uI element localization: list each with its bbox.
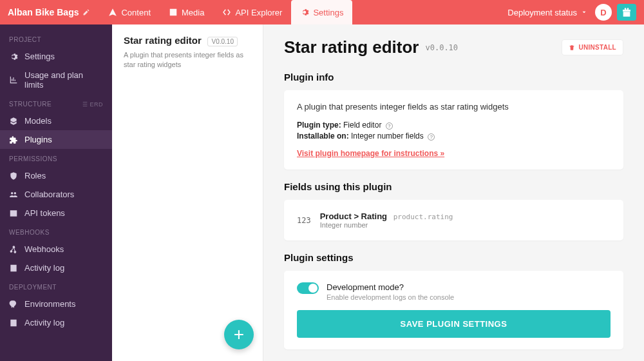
dev-mode-row: Development mode? Enable development log… (297, 282, 611, 301)
plugin-item-desc: A plugin that presents integer fields as… (124, 50, 251, 70)
gear-icon (9, 52, 18, 61)
group-permissions: PERMISSIONS (0, 149, 112, 166)
item-label: Environments (24, 299, 75, 309)
sidebar-item-environments[interactable]: Environments (0, 295, 112, 313)
sidebar-item-tokens[interactable]: API tokens (0, 204, 112, 222)
gear-icon (300, 8, 309, 17)
users-icon (9, 190, 18, 199)
group-project: PROJECT (0, 30, 112, 47)
toggle-label: Development mode? (327, 282, 454, 292)
sidebar-item-models[interactable]: Models (0, 112, 112, 130)
group-webhooks: WEBHOOKS (0, 222, 112, 240)
field-row[interactable]: 123 Product > Rating product.rating Inte… (284, 200, 623, 240)
toggle-sub: Enable development logs on the console (327, 293, 454, 301)
sidebar-item-webhooks[interactable]: Webhooks (0, 240, 112, 259)
page-version: v0.0.10 (425, 43, 458, 52)
item-label: Plugins (24, 135, 52, 144)
topbar: Alban Bike Bags Content Media API Explor… (0, 0, 644, 24)
nav-api[interactable]: API Explorer (213, 0, 291, 24)
item-label: Activity log (24, 318, 64, 327)
nav-label: Settings (313, 8, 343, 17)
deployment-status[interactable]: Deployment status (507, 8, 587, 17)
puzzle-icon (9, 135, 18, 144)
group-structure: STRUCTURE☰ ERD (0, 94, 112, 112)
uninstall-button[interactable]: UNINSTALL (562, 39, 623, 55)
sidebar-item-settings[interactable]: Settings (0, 47, 112, 66)
add-plugin-fab[interactable]: + (224, 320, 254, 349)
homepage-link[interactable]: Visit plugin homepage for instructions » (297, 149, 444, 158)
plugin-type-row: Plugin type: Field editor ? (297, 121, 611, 130)
nav-label: Media (182, 8, 204, 17)
item-label: Activity log (24, 263, 64, 273)
nav-label: Content (121, 8, 151, 17)
top-nav: Content Media API Explorer Settings (99, 0, 352, 24)
plugin-info-card: A plugin that presents integer fields as… (284, 90, 623, 170)
dev-mode-toggle[interactable] (297, 282, 319, 294)
gift-button[interactable] (617, 4, 636, 21)
erd-badge[interactable]: ☰ ERD (82, 101, 103, 108)
save-settings-button[interactable]: SAVE PLUGIN SETTINGS (297, 310, 611, 338)
item-label: Usage and plan limits (24, 70, 103, 90)
plugin-list-pane: Star rating editor V0.0.10 A plugin that… (112, 24, 263, 361)
main-content: Star rating editor v0.0.10 UNINSTALL Plu… (263, 24, 644, 361)
field-type: Integer number (320, 221, 453, 229)
sidebar-item-activity-2[interactable]: Activity log (0, 313, 112, 332)
nav-media[interactable]: Media (160, 0, 213, 24)
sidebar-item-collaborators[interactable]: Collaborators (0, 185, 112, 204)
code-icon (222, 8, 231, 17)
cubes-icon (9, 117, 18, 126)
sidebar: PROJECT Settings Usage and plan limits S… (0, 24, 112, 361)
nav-label: API Explorer (235, 8, 282, 17)
avatar[interactable]: D (595, 4, 612, 21)
nav-content[interactable]: Content (99, 0, 160, 24)
chevron-down-icon (581, 9, 587, 15)
item-label: Webhooks (24, 244, 64, 254)
sidebar-item-usage[interactable]: Usage and plan limits (0, 66, 112, 94)
shield-icon (9, 171, 18, 180)
image-icon (169, 8, 178, 17)
edit-icon[interactable] (82, 8, 90, 16)
field-code: product.rating (393, 213, 453, 221)
plugin-desc: A plugin that presents integer fields as… (297, 102, 611, 112)
section-fields: Fields using this plugin (284, 181, 623, 192)
plugin-item-title: Star rating editor (124, 35, 202, 46)
uninstall-label: UNINSTALL (578, 44, 616, 51)
trash-icon (569, 44, 575, 51)
item-label: API tokens (24, 208, 65, 218)
section-settings: Plugin settings (284, 252, 623, 263)
help-icon[interactable]: ? (428, 133, 435, 141)
field-path: Product > Rating (320, 211, 387, 221)
nav-settings[interactable]: Settings (291, 0, 352, 24)
pen-icon (108, 8, 117, 17)
main-header: Star rating editor v0.0.10 UNINSTALL (284, 37, 623, 57)
log-icon (9, 264, 18, 273)
plugin-item-version: V0.0.10 (207, 37, 237, 46)
installable-row: Installable on: Integer number fields ? (297, 132, 611, 141)
chart-icon (9, 75, 18, 84)
sidebar-item-plugins[interactable]: Plugins (0, 130, 112, 149)
rocket-icon (9, 300, 18, 309)
gift-icon (621, 7, 632, 17)
sidebar-item-activity[interactable]: Activity log (0, 259, 112, 277)
page-title: Star rating editor (284, 37, 419, 57)
deploy-label: Deployment status (507, 8, 577, 17)
hook-icon (9, 245, 18, 254)
settings-card: Development mode? Enable development log… (284, 271, 623, 349)
field-type-icon: 123 (297, 216, 311, 225)
plugin-list-item[interactable]: Star rating editor V0.0.10 A plugin that… (124, 35, 251, 70)
item-label: Models (24, 116, 52, 126)
section-plugin-info: Plugin info (284, 72, 623, 83)
item-label: Roles (24, 171, 46, 180)
sidebar-item-roles[interactable]: Roles (0, 166, 112, 185)
item-label: Settings (24, 52, 55, 61)
site-name[interactable]: Alban Bike Bags (8, 7, 79, 17)
group-deployment: DEPLOYMENT (0, 277, 112, 295)
item-label: Collaborators (24, 190, 74, 199)
log-icon (9, 318, 18, 327)
key-icon (9, 209, 18, 218)
help-icon[interactable]: ? (386, 122, 393, 130)
